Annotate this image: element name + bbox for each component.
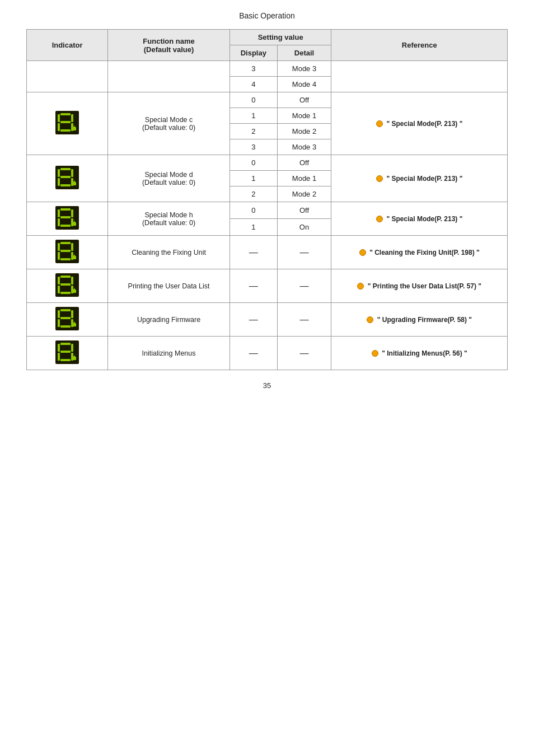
header-display: Display — [229, 45, 277, 61]
display-cell: 1 — [229, 108, 277, 124]
svg-rect-36 — [71, 243, 73, 251]
svg-rect-65 — [73, 320, 74, 323]
main-table: Indicator Function name (Default value) … — [26, 29, 508, 370]
detail-cell: Off — [277, 202, 331, 219]
table-row: Special Mode c (Default value: 0) 0 Off … — [27, 92, 508, 108]
orange-circle-icon — [372, 350, 378, 357]
svg-rect-10 — [73, 124, 74, 127]
svg-rect-68 — [58, 344, 60, 352]
svg-rect-76 — [73, 354, 74, 356]
detail-cell: Off — [277, 155, 331, 171]
orange-circle-icon — [357, 283, 364, 290]
display-cell-printing: — — [229, 269, 277, 303]
function-cell-special-d: Special Mode d (Default value: 0) — [108, 155, 230, 202]
svg-rect-14 — [71, 169, 73, 177]
svg-rect-43 — [73, 253, 74, 255]
page-title: Basic Operation — [239, 11, 295, 20]
reference-text-printing: " Printing the User Data List(P. 57) " — [368, 282, 481, 290]
function-cell-initializing: Initializing Menus — [108, 337, 230, 370]
svg-rect-15 — [60, 176, 71, 178]
display-cell: 0 — [229, 155, 277, 171]
indicator-cell-special-d — [27, 155, 108, 202]
display-cell-cleaning: — — [229, 236, 277, 269]
svg-rect-3 — [71, 114, 73, 122]
indicator-cell-special-h — [27, 202, 108, 236]
lcd-icon-printing — [55, 273, 79, 297]
svg-rect-46 — [58, 277, 60, 284]
svg-rect-60 — [58, 319, 60, 327]
svg-rect-47 — [71, 277, 73, 284]
indicator-cell-initializing — [27, 337, 108, 370]
svg-rect-24 — [58, 209, 60, 217]
svg-rect-13 — [58, 169, 60, 177]
orange-circle-icon — [367, 316, 373, 323]
indicator-cell-empty — [27, 61, 108, 92]
lcd-icon-upgrading — [55, 306, 79, 331]
detail-cell-printing: — — [277, 269, 331, 303]
header-function: Function name (Default value) — [108, 30, 230, 61]
display-cell: 3 — [229, 61, 277, 77]
svg-rect-32 — [73, 220, 74, 222]
svg-rect-21 — [73, 179, 74, 181]
detail-cell-initializing: — — [277, 337, 331, 370]
svg-rect-4 — [60, 121, 71, 123]
header-reference: Reference — [331, 30, 508, 61]
svg-rect-29 — [60, 225, 71, 227]
svg-rect-27 — [58, 218, 60, 226]
function-cell-upgrading: Upgrading Firmware — [108, 303, 230, 337]
header-detail: Detail — [277, 45, 331, 61]
page-number: 35 — [263, 381, 271, 390]
reference-text-special-h: " Special Mode(P. 213) " — [387, 215, 463, 223]
detail-cell: Mode 2 — [277, 186, 331, 202]
function-cell-special-c: Special Mode c (Default value: 0) — [108, 92, 230, 155]
reference-text-special-d: " Special Mode(P. 213) " — [387, 175, 463, 183]
lcd-icon-special-c — [55, 110, 79, 135]
svg-rect-57 — [58, 310, 60, 318]
svg-rect-45 — [60, 276, 71, 278]
svg-rect-16 — [58, 178, 60, 186]
display-cell: 2 — [229, 186, 277, 202]
svg-rect-40 — [60, 258, 71, 260]
function-cell-special-h: Special Mode h (Default value: 0) — [108, 202, 230, 236]
detail-cell: Mode 1 — [277, 171, 331, 186]
lcd-icon-initializing — [55, 340, 79, 365]
reference-cell-special-d: " Special Mode(P. 213) " — [331, 155, 508, 202]
svg-rect-37 — [60, 250, 71, 252]
display-cell: 0 — [229, 92, 277, 108]
svg-rect-62 — [60, 325, 71, 328]
detail-cell: Mode 3 — [277, 61, 331, 77]
lcd-icon-special-d — [55, 165, 79, 190]
table-row: Printing the User Data List — — " Printi… — [27, 269, 508, 303]
svg-rect-38 — [58, 252, 60, 260]
svg-rect-25 — [71, 209, 73, 217]
orange-circle-icon — [376, 120, 383, 127]
display-cell: 2 — [229, 124, 277, 139]
reference-text-special-c: " Special Mode(P. 213) " — [387, 120, 463, 128]
svg-rect-51 — [60, 292, 71, 294]
table-row: 3 Mode 3 — [27, 61, 508, 77]
detail-cell: On — [277, 219, 331, 236]
detail-cell: Mode 3 — [277, 139, 331, 155]
svg-rect-56 — [60, 309, 71, 311]
reference-text-upgrading: " Upgrading Firmware(P. 58) " — [377, 316, 472, 324]
indicator-cell-cleaning — [27, 236, 108, 269]
svg-rect-48 — [60, 283, 71, 286]
display-cell: 3 — [229, 139, 277, 155]
display-cell-upgrading: — — [229, 303, 277, 337]
svg-rect-49 — [58, 286, 60, 293]
svg-rect-35 — [58, 243, 60, 251]
lcd-icon-cleaning — [55, 239, 79, 264]
header-setting-value: Setting value — [229, 30, 331, 45]
lcd-icon-special-h — [55, 206, 79, 230]
detail-cell-upgrading: — — [277, 303, 331, 337]
display-cell: 1 — [229, 219, 277, 236]
svg-rect-67 — [60, 343, 71, 345]
reference-cell-special-c: " Special Mode(P. 213) " — [331, 92, 508, 155]
table-row: Special Mode h (Default value: 0) 0 Off … — [27, 202, 508, 219]
detail-cell: Mode 2 — [277, 124, 331, 139]
display-cell: 4 — [229, 77, 277, 92]
reference-cell-special-h: " Special Mode(P. 213) " — [331, 202, 508, 236]
function-cell-empty — [108, 61, 230, 92]
orange-circle-icon — [376, 175, 383, 182]
svg-rect-58 — [71, 310, 73, 318]
